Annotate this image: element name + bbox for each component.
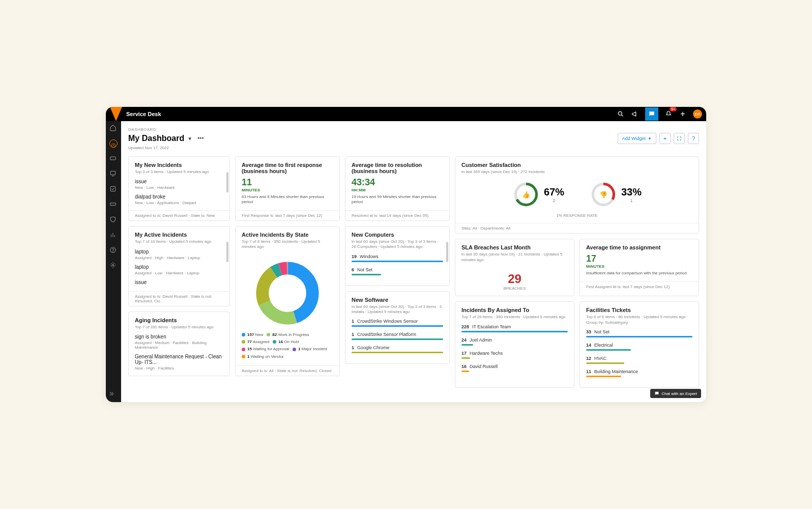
svg-rect-6 bbox=[110, 186, 115, 191]
scrollbar[interactable] bbox=[446, 242, 448, 262]
bar-item[interactable]: 12HVAC bbox=[586, 356, 692, 364]
add-widget-button[interactable]: Add Widget▼ bbox=[618, 133, 656, 144]
ticket-icon[interactable] bbox=[109, 155, 118, 163]
page-title: My Dashboard bbox=[128, 134, 184, 143]
svg-point-0 bbox=[618, 111, 622, 115]
settings-icon[interactable] bbox=[109, 262, 118, 270]
search-icon[interactable] bbox=[617, 110, 625, 118]
changes-icon[interactable] bbox=[109, 170, 118, 178]
scrollbar[interactable] bbox=[226, 242, 228, 262]
more-icon[interactable]: ••• bbox=[197, 135, 204, 142]
dashboard-icon[interactable] bbox=[109, 139, 118, 148]
add-icon[interactable]: + bbox=[679, 110, 687, 118]
card-active-by-state: Active Incidents By State Top 7 of 8 ite… bbox=[235, 226, 340, 376]
card-new-computers: New Computers in last 60 days (since Oct… bbox=[345, 226, 450, 286]
list-item[interactable]: issue bbox=[135, 279, 223, 285]
svg-line-1 bbox=[622, 115, 623, 117]
list-item[interactable]: dialpad brokeNew · Low · Applications · … bbox=[135, 194, 223, 205]
home-icon[interactable] bbox=[109, 124, 118, 132]
card-avg-resolution: Average time to resolution (business hou… bbox=[345, 156, 450, 221]
scrollbar[interactable] bbox=[226, 172, 228, 192]
bar-item[interactable]: 16David Russell bbox=[461, 364, 568, 372]
breadcrumb: DASHBOARD bbox=[128, 127, 699, 132]
svg-point-13 bbox=[112, 264, 114, 266]
bar-item[interactable]: 33Not Set bbox=[586, 329, 692, 337]
bar-item[interactable]: 19Windows bbox=[352, 254, 443, 262]
app-title: Service Desk bbox=[126, 111, 161, 117]
logo-icon[interactable] bbox=[110, 107, 122, 121]
bar-item[interactable]: 17Hardware Techs bbox=[461, 351, 568, 359]
card-my-new-incidents: My New Incidents Top 3 of 3 items · Upda… bbox=[128, 156, 230, 221]
add-button[interactable]: + bbox=[659, 133, 671, 144]
help-button[interactable]: ? bbox=[688, 133, 699, 144]
csat-positive: 👍 67%2 bbox=[512, 181, 564, 208]
app-window: Service Desk 9+ + DR » bbox=[106, 107, 706, 402]
bar-item[interactable]: 14Electrical bbox=[586, 343, 692, 351]
help-icon[interactable] bbox=[109, 246, 118, 254]
assets-icon[interactable] bbox=[109, 201, 118, 209]
svg-text:👍: 👍 bbox=[522, 191, 531, 200]
card-sla: SLA Breaches Last Month in last 30 days … bbox=[455, 239, 574, 296]
sidebar: » bbox=[106, 121, 121, 402]
fullscreen-button[interactable] bbox=[674, 133, 685, 144]
svg-text:👎: 👎 bbox=[599, 191, 608, 200]
bar-item[interactable]: 24Joel Admin bbox=[461, 337, 568, 346]
chat-icon[interactable] bbox=[645, 107, 658, 121]
megaphone-icon[interactable] bbox=[631, 110, 639, 118]
list-item[interactable]: issueNew · Low · Hardware bbox=[135, 179, 223, 190]
chart-legend: 157 New 82 Work in Progress 77 Assigned … bbox=[236, 331, 339, 366]
csat-negative: 👎 33%1 bbox=[590, 181, 642, 208]
card-csat: Customer Satisfaction in last 365 days (… bbox=[455, 156, 699, 234]
bar-item[interactable]: 1CrowdStrike Sensor Platform bbox=[352, 332, 443, 340]
updated-text: Updated Nov 17, 2022 bbox=[128, 146, 699, 150]
main-content: DASHBOARD My Dashboard ▼ ••• Add Widget▼… bbox=[121, 121, 706, 402]
donut-chart bbox=[236, 260, 339, 326]
bar-item[interactable]: 11Building Maintenance bbox=[586, 369, 692, 377]
bar-item[interactable]: 1Google Chrome bbox=[352, 345, 443, 353]
avatar[interactable]: DR bbox=[693, 109, 702, 119]
chevron-down-icon[interactable]: ▼ bbox=[187, 136, 192, 142]
bar-item[interactable]: 6Not Set bbox=[352, 267, 443, 275]
reports-icon[interactable] bbox=[109, 231, 118, 239]
topbar: Service Desk 9+ + DR bbox=[106, 107, 706, 121]
card-by-assigned: Incidents By Assigned To Top 7 of 26 ite… bbox=[455, 301, 574, 388]
collapse-icon[interactable]: » bbox=[109, 389, 118, 397]
list-item[interactable]: laptopAssigned · Low · Hardware · Laptop bbox=[135, 264, 223, 275]
card-facilities: Facilities Tickets Top 6 of 6 items · 80… bbox=[579, 301, 699, 388]
list-item[interactable]: General Maintenance Request - Clean Up- … bbox=[135, 354, 223, 371]
bar-item[interactable]: 228IT Escalation Team bbox=[461, 324, 568, 332]
card-new-software: New Software in last 60 days (since Oct … bbox=[345, 291, 450, 364]
chat-expert-button[interactable]: Chat with an Expert bbox=[650, 389, 701, 398]
svg-rect-4 bbox=[110, 171, 115, 175]
card-avg-first-response: Average time to first response (business… bbox=[235, 156, 340, 221]
list-item[interactable]: laptopAssigned · High · Hardware · Lapto… bbox=[135, 249, 223, 260]
svg-point-12 bbox=[113, 251, 113, 252]
svg-rect-7 bbox=[110, 203, 116, 206]
bar-item[interactable]: 1CrowdStrike Windows Sensor bbox=[352, 319, 443, 327]
list-item[interactable]: sign is brokenAssigned · Medium · Facili… bbox=[135, 334, 223, 350]
svg-rect-3 bbox=[110, 157, 116, 160]
notif-badge: 9+ bbox=[670, 107, 677, 111]
card-aging-incidents: Aging Incidents Top 7 of 281 items · Upd… bbox=[128, 312, 230, 376]
notifications-icon[interactable]: 9+ bbox=[664, 110, 673, 118]
tasks-icon[interactable] bbox=[109, 185, 118, 193]
shield-icon[interactable] bbox=[109, 216, 118, 224]
card-avg-assignment: Average time to assignment 17 MINUTES In… bbox=[579, 239, 699, 296]
card-my-active-incidents: My Active Incidents Top 7 of 16 items · … bbox=[128, 226, 230, 306]
